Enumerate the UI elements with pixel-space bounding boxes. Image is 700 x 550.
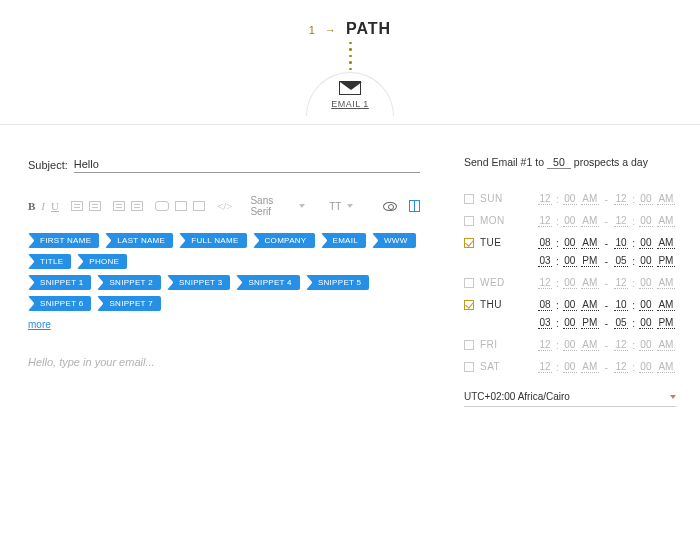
merge-tag-pill[interactable]: WWW (372, 233, 416, 248)
email-body[interactable]: Hello, type in your email... (28, 356, 420, 368)
italic-button[interactable]: I (41, 200, 45, 212)
send-prefix: Send Email #1 to (464, 156, 544, 168)
time-slot[interactable]: 03:00 PM-05:00 PM (538, 255, 675, 267)
bold-button[interactable]: B (28, 200, 35, 212)
day-label: WED (480, 277, 505, 288)
subject-input[interactable] (74, 156, 420, 173)
time-slot[interactable]: 12:00 AM-12:00 AM (538, 215, 675, 227)
day-label: SUN (480, 193, 503, 204)
day-checkbox[interactable] (464, 362, 474, 372)
merge-tag-pill[interactable]: FULL NAME (179, 233, 246, 248)
time-slot[interactable]: 03:00 PM-05:00 PM (538, 317, 675, 329)
editor-panel: Subject: B I U </> (0, 140, 440, 550)
send-count-input[interactable]: 50 (547, 156, 571, 169)
day-checkbox[interactable] (464, 238, 474, 248)
timezone-select[interactable]: UTC+02:00 Africa/Cairo (464, 387, 676, 407)
day-label: FRI (480, 339, 498, 350)
day-label: SAT (480, 361, 500, 372)
time-slot[interactable]: 08:00 AM-10:00 AM (538, 237, 675, 249)
time-slot[interactable]: 08:00 AM-10:00 AM (538, 299, 675, 311)
schedule-day: SAT12:00 AM-12:00 AM (464, 361, 676, 373)
align-left-icon[interactable] (71, 201, 83, 211)
font-size-label: TT (329, 201, 341, 212)
font-select-label: Sans Serif (250, 195, 293, 217)
divider (0, 124, 700, 125)
day-checkbox[interactable] (464, 300, 474, 310)
merge-tags: FIRST NAMELAST NAMEFULL NAMECOMPANYEMAIL… (28, 233, 420, 330)
schedule-panel: Send Email #1 to 50 prospects a day SUN1… (440, 140, 700, 550)
align-right-icon[interactable] (89, 201, 101, 211)
path-index: 1 (309, 24, 315, 36)
merge-tag-pill[interactable]: SNIPPET 7 (97, 296, 160, 311)
day-checkbox[interactable] (464, 278, 474, 288)
chevron-down-icon (670, 395, 676, 399)
send-suffix: prospects a day (574, 156, 648, 168)
image-icon[interactable] (175, 201, 187, 211)
editor-toolbar: B I U </> Sans Serif (28, 195, 420, 217)
schedule-day: SUN12:00 AM-12:00 AM (464, 193, 676, 205)
attachment-icon[interactable] (193, 201, 205, 211)
timezone-value: UTC+02:00 Africa/Cairo (464, 391, 570, 402)
more-tags-link[interactable]: more (28, 319, 51, 330)
time-slot[interactable]: 12:00 AM-12:00 AM (538, 361, 675, 373)
time-slot[interactable]: 12:00 AM-12:00 AM (538, 339, 675, 351)
day-checkbox[interactable] (464, 194, 474, 204)
underline-button[interactable]: U (51, 200, 59, 212)
path-header: 1 → PATH (0, 0, 700, 42)
list-number-icon[interactable] (131, 201, 143, 211)
chevron-down-icon (347, 204, 353, 208)
list-bullet-icon[interactable] (113, 201, 125, 211)
day-label: MON (480, 215, 505, 226)
merge-tag-pill[interactable]: SNIPPET 3 (167, 275, 230, 290)
columns-icon[interactable] (409, 200, 420, 212)
merge-tag-pill[interactable]: SNIPPET 4 (236, 275, 299, 290)
chevron-down-icon (299, 204, 305, 208)
font-size-select[interactable]: TT (323, 201, 359, 212)
merge-tag-pill[interactable]: COMPANY (253, 233, 315, 248)
link-icon[interactable] (155, 201, 169, 211)
schedule-day: FRI12:00 AM-12:00 AM (464, 339, 676, 351)
merge-tag-pill[interactable]: FIRST NAME (28, 233, 99, 248)
step-node: EMAIL 1 (0, 72, 700, 128)
merge-tag-pill[interactable]: PHONE (77, 254, 127, 269)
send-rate: Send Email #1 to 50 prospects a day (464, 156, 676, 169)
subject-label: Subject: (28, 159, 68, 171)
merge-tag-pill[interactable]: SNIPPET 1 (28, 275, 91, 290)
schedule-day: WED12:00 AM-12:00 AM (464, 277, 676, 289)
time-slot[interactable]: 12:00 AM-12:00 AM (538, 193, 675, 205)
path-title: PATH (346, 20, 391, 38)
merge-tag-pill[interactable]: EMAIL (321, 233, 367, 248)
merge-tag-pill[interactable]: SNIPPET 6 (28, 296, 91, 311)
code-button[interactable]: </> (217, 200, 232, 212)
connector-dots (0, 42, 700, 70)
step-arc: EMAIL 1 (306, 72, 394, 116)
merge-tag-pill[interactable]: SNIPPET 5 (306, 275, 369, 290)
merge-tag-pill[interactable]: TITLE (28, 254, 71, 269)
preview-icon[interactable] (383, 202, 396, 211)
day-checkbox[interactable] (464, 340, 474, 350)
merge-tag-pill[interactable]: LAST NAME (105, 233, 173, 248)
step-email-label[interactable]: EMAIL 1 (331, 99, 369, 109)
day-label: THU (480, 299, 502, 310)
font-select[interactable]: Sans Serif (244, 195, 311, 217)
day-checkbox[interactable] (464, 216, 474, 226)
schedule-day: THU08:00 AM-10:00 AM03:00 PM-05:00 PM (464, 299, 676, 329)
schedule-day: TUE08:00 AM-10:00 AM03:00 PM-05:00 PM (464, 237, 676, 267)
merge-tag-pill[interactable]: SNIPPET 2 (97, 275, 160, 290)
mail-icon (339, 81, 361, 95)
schedule-day: MON12:00 AM-12:00 AM (464, 215, 676, 227)
day-label: TUE (480, 237, 502, 248)
time-slot[interactable]: 12:00 AM-12:00 AM (538, 277, 675, 289)
weekly-schedule: SUN12:00 AM-12:00 AMMON12:00 AM-12:00 AM… (464, 193, 676, 373)
arrow-right-icon: → (325, 24, 336, 36)
